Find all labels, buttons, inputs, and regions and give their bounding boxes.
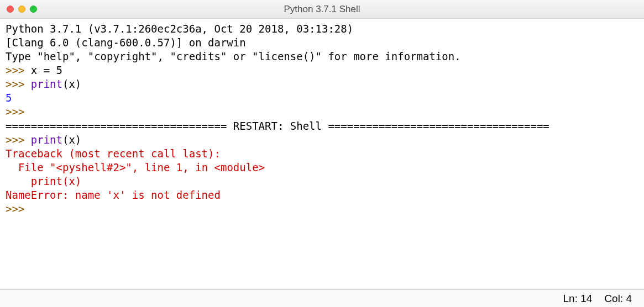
prompt-line: >>> x = 5 xyxy=(6,63,638,77)
input-code: x = 5 xyxy=(31,64,62,76)
divider-right: =================================== xyxy=(328,120,549,132)
input-rest: (x) xyxy=(62,134,81,146)
status-bar: Ln: 14 Col: 4 xyxy=(0,289,644,307)
traceback-title: Traceback (most recent call last): xyxy=(6,147,638,161)
title-bar: Python 3.7.1 Shell xyxy=(0,0,644,19)
divider-label: RESTART: Shell xyxy=(227,120,328,132)
input-fn: print xyxy=(31,78,62,90)
prompt-line: >>> print(x) xyxy=(6,133,638,147)
prompt: >>> xyxy=(6,134,31,146)
minimize-icon[interactable] xyxy=(18,6,25,13)
prompt-empty: >>> xyxy=(6,105,638,119)
line-status: Ln: 14 xyxy=(563,293,593,305)
traceback-code: print(x) xyxy=(6,174,638,188)
tb-file-pre: File xyxy=(6,161,50,173)
input-rest: (x) xyxy=(62,78,81,90)
traceback-file: File "<pyshell#2>", line 1, in <module> xyxy=(6,161,638,174)
tb-file-mid: , line 1, in xyxy=(132,161,214,173)
shell-content[interactable]: Python 3.7.1 (v3.7.1:260ec2c36a, Oct 20 … xyxy=(0,19,644,289)
restart-divider: =================================== REST… xyxy=(6,119,638,133)
banner-line: Python 3.7.1 (v3.7.1:260ec2c36a, Oct 20 … xyxy=(6,22,638,36)
output-line: 5 xyxy=(6,91,638,105)
prompt-empty: >>> xyxy=(6,202,638,216)
divider-left: =================================== xyxy=(6,120,227,132)
col-status: Col: 4 xyxy=(604,293,632,305)
prompt: >>> xyxy=(6,78,31,90)
traffic-lights xyxy=(7,6,37,13)
tb-file-str: "<pyshell#2>" xyxy=(50,161,132,173)
input-fn: print xyxy=(31,134,62,146)
close-icon[interactable] xyxy=(7,6,14,13)
banner-line: Type "help", "copyright", "credits" or "… xyxy=(6,50,638,63)
prompt-line: >>> print(x) xyxy=(6,77,638,91)
zoom-icon[interactable] xyxy=(30,6,37,13)
window-title: Python 3.7.1 Shell xyxy=(0,4,644,15)
tb-file-mod: <module> xyxy=(214,161,265,173)
traceback-error: NameError: name 'x' is not defined xyxy=(6,188,638,202)
banner-line: [Clang 6.0 (clang-600.0.57)] on darwin xyxy=(6,36,638,50)
prompt: >>> xyxy=(6,64,31,76)
